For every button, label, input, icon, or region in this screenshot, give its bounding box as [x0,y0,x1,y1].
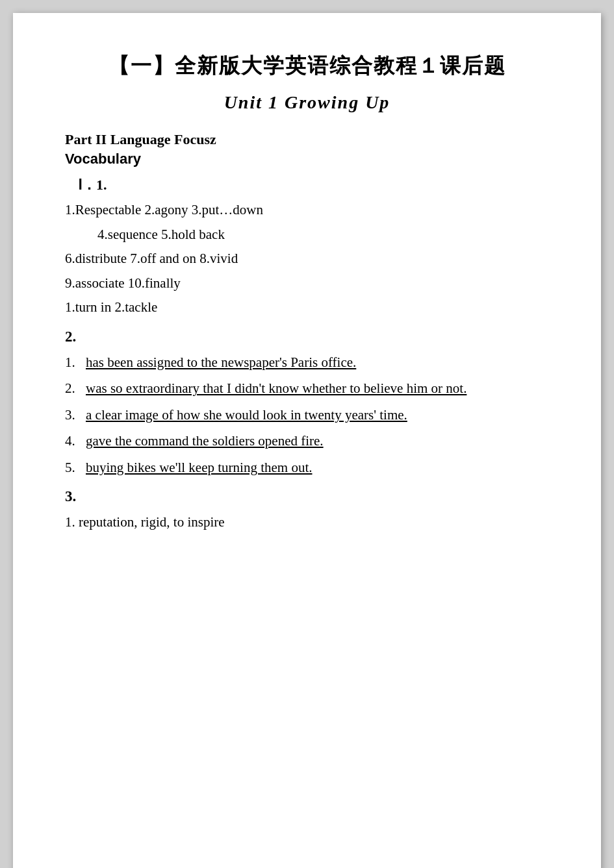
part-heading: Part II Language Focusz [65,131,549,148]
answer-text-2: was so extraordinary that I didn't know … [86,378,549,399]
answer-item-2: 2. was so extraordinary that I didn't kn… [65,378,549,399]
section3-item-1: 1. reputation, rigid, to inspire [65,512,549,533]
answer-number-5: 5. [65,457,86,478]
main-title: 【一】全新版大学英语综合教程１课后题 [65,52,549,81]
vocab-row-4: 9.associate 10.finally [65,273,549,294]
vocab-row-2: 4.sequence 5.hold back [97,225,549,245]
answer-item-1: 1. has been assigned to the newspaper's … [65,352,549,373]
vocab-row-1: 1.Respectable 2.agony 3.put…down [65,200,549,221]
answer-text-4: gave the command the soldiers opened fir… [86,430,549,452]
answer-item-4: 4. gave the command the soldiers opened … [65,430,549,452]
roman-label: Ⅰ．1. [78,175,549,195]
section2-label: 2. [65,329,549,345]
answer-item-5: 5. buying bikes we'll keep turning them … [65,457,549,478]
answer-number-2: 2. [65,378,86,399]
answer-item-3: 3. a clear image of how she would look i… [65,404,549,426]
vocab-heading: Vocabulary [65,151,549,167]
answer-text-1: has been assigned to the newspaper's Par… [86,352,549,373]
answer-text-3: a clear image of how she would look in t… [86,404,549,426]
answer-number-1: 1. [65,352,86,373]
section3-label: 3. [65,488,549,505]
answer-number-3: 3. [65,404,86,426]
vocab-row-5: 1.turn in 2.tackle [65,297,549,318]
sub-title: Unit 1 Growing Up [65,92,549,113]
page: 【一】全新版大学英语综合教程１课后题 Unit 1 Growing Up Par… [13,13,601,868]
vocab-row-3: 6.distribute 7.off and on 8.vivid [65,249,549,269]
answer-number-4: 4. [65,430,86,452]
answer-text-5: buying bikes we'll keep turning them out… [86,457,549,478]
